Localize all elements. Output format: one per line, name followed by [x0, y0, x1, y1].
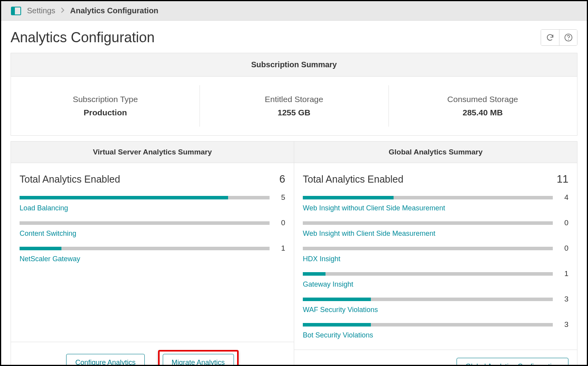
metric-bar-row: 3	[303, 295, 568, 303]
metric-count: 3	[557, 320, 568, 329]
metric-bar-row: 1	[20, 244, 285, 253]
progress-track	[303, 323, 553, 327]
global-body: Total Analytics Enabled 11 4Web Insight …	[294, 163, 577, 350]
metric-link[interactable]: Gateway Insight	[303, 280, 568, 289]
metric-row: 4Web Insight without Client Side Measure…	[303, 193, 568, 212]
virtual-panel: Virtual Server Analytics Summary Total A…	[11, 142, 294, 366]
metric-link[interactable]: Web Insight without Client Side Measurem…	[303, 204, 568, 212]
global-total-value: 11	[557, 173, 568, 185]
metric-row: 0Content Switching	[20, 219, 285, 238]
summary-label: Consumed Storage	[447, 95, 518, 104]
progress-fill	[303, 272, 325, 276]
breadcrumb: Settings Analytics Configuration	[1, 1, 587, 21]
title-actions	[541, 29, 577, 46]
progress-track	[303, 298, 553, 301]
metric-row: 1NetScaler Gateway	[20, 244, 285, 263]
virtual-total-row: Total Analytics Enabled 6	[20, 173, 285, 185]
subscription-header: Subscription Summary	[11, 53, 577, 77]
metric-link[interactable]: Web Insight with Client Side Measurement	[303, 230, 568, 238]
metric-row: 3WAF Security Violations	[303, 295, 568, 314]
migrate-analytics-button[interactable]: Migrate Analytics	[163, 354, 234, 366]
metric-row: 0Web Insight with Client Side Measuremen…	[303, 219, 568, 238]
virtual-header: Virtual Server Analytics Summary	[11, 142, 294, 163]
summary-label: Entitled Storage	[265, 95, 323, 104]
progress-track	[303, 196, 553, 199]
progress-track	[20, 221, 270, 225]
progress-fill	[20, 247, 61, 250]
global-config-button[interactable]: Global Analytics Configuration	[457, 358, 568, 366]
virtual-total-label: Total Analytics Enabled	[20, 174, 120, 185]
breadcrumb-current: Analytics Configuration	[70, 6, 158, 15]
metric-link[interactable]: WAF Security Violations	[303, 306, 568, 314]
summary-value: 1255 GB	[277, 108, 310, 117]
metric-count: 1	[557, 269, 568, 278]
svg-rect-1	[11, 7, 15, 15]
configure-analytics-button[interactable]: Configure Analytics	[66, 354, 144, 366]
metric-bar-row: 5	[20, 193, 285, 202]
metric-count: 0	[557, 244, 568, 253]
global-footer: Global Analytics Configuration	[294, 350, 577, 366]
progress-track	[20, 196, 270, 199]
metric-link[interactable]: Load Balancing	[20, 204, 285, 212]
metric-count: 4	[557, 193, 568, 202]
global-total-row: Total Analytics Enabled 11	[303, 173, 568, 185]
metric-count: 3	[557, 295, 568, 303]
breadcrumb-root[interactable]: Settings	[27, 6, 55, 15]
metric-count: 1	[274, 244, 285, 253]
metric-link[interactable]: NetScaler Gateway	[20, 255, 285, 263]
virtual-footer: Configure Analytics Migrate Analytics	[11, 342, 294, 366]
virtual-body: Total Analytics Enabled 6 5Load Balancin…	[11, 163, 294, 342]
analytics-panels: Virtual Server Analytics Summary Total A…	[11, 141, 577, 366]
progress-fill	[303, 323, 371, 327]
metric-bar-row: 4	[303, 193, 568, 202]
chevron-right-icon	[61, 7, 65, 15]
progress-fill	[20, 196, 228, 199]
global-metrics: 4Web Insight without Client Side Measure…	[303, 193, 568, 339]
help-button[interactable]	[559, 30, 577, 45]
summary-cell: Entitled Storage1255 GB	[200, 77, 388, 135]
progress-fill	[303, 298, 371, 301]
metric-bar-row: 0	[20, 219, 285, 227]
page-title: Analytics Configuration	[11, 29, 155, 46]
sidebar-toggle-icon[interactable]	[11, 5, 22, 16]
virtual-metrics: 5Load Balancing0Content Switching1NetSca…	[20, 193, 285, 263]
content: Subscription Summary Subscription TypePr…	[1, 53, 587, 366]
subscription-card: Subscription Summary Subscription TypePr…	[11, 53, 577, 136]
metric-row: 1Gateway Insight	[303, 269, 568, 289]
metric-count: 0	[274, 219, 285, 227]
metric-link[interactable]: HDX Insight	[303, 255, 568, 263]
metric-bar-row: 0	[303, 244, 568, 253]
metric-row: 0HDX Insight	[303, 244, 568, 263]
metric-row: 5Load Balancing	[20, 193, 285, 212]
progress-fill	[303, 196, 394, 199]
svg-point-3	[568, 39, 568, 40]
metric-bar-row: 0	[303, 219, 568, 227]
refresh-button[interactable]	[541, 30, 559, 45]
summary-label: Subscription Type	[73, 95, 138, 104]
metric-bar-row: 1	[303, 269, 568, 278]
metric-count: 0	[557, 219, 568, 227]
global-header: Global Analytics Summary	[294, 142, 577, 163]
metric-count: 5	[274, 193, 285, 202]
subscription-row: Subscription TypeProductionEntitled Stor…	[11, 77, 577, 135]
virtual-total-value: 6	[279, 173, 285, 185]
summary-cell: Consumed Storage285.40 MB	[388, 77, 577, 135]
metric-bar-row: 3	[303, 320, 568, 329]
metric-link[interactable]: Content Switching	[20, 230, 285, 238]
summary-cell: Subscription TypeProduction	[11, 77, 200, 135]
progress-track	[20, 247, 270, 250]
global-panel: Global Analytics Summary Total Analytics…	[294, 142, 577, 366]
metric-row: 3Bot Security Violations	[303, 320, 568, 339]
global-total-label: Total Analytics Enabled	[303, 174, 403, 185]
progress-track	[303, 247, 553, 250]
title-row: Analytics Configuration	[1, 21, 587, 53]
progress-track	[303, 272, 553, 276]
summary-value: 285.40 MB	[462, 108, 503, 117]
progress-track	[303, 221, 553, 225]
summary-value: Production	[84, 108, 127, 117]
metric-link[interactable]: Bot Security Violations	[303, 331, 568, 339]
migrate-highlight: Migrate Analytics	[158, 350, 239, 366]
